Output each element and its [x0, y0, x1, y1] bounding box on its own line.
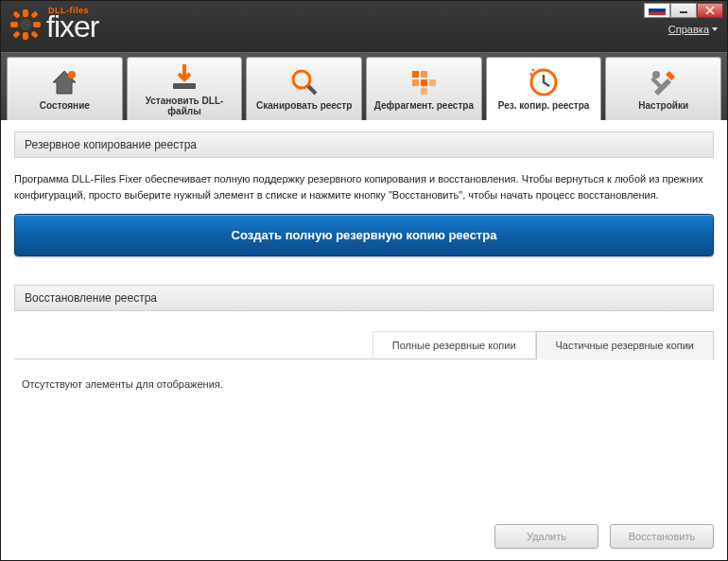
svg-line-13: [308, 86, 316, 94]
svg-rect-4: [33, 22, 41, 27]
svg-rect-2: [23, 32, 28, 40]
tools-icon: [649, 67, 679, 97]
blocks-icon: [408, 67, 439, 97]
minimize-button[interactable]: [670, 3, 697, 18]
backup-list: Отсутствуют элементы для отображения.: [14, 359, 714, 517]
svg-point-0: [20, 19, 31, 30]
svg-rect-22: [650, 77, 661, 87]
app-window: DLL-files fixer Справка Состояние Устано…: [0, 0, 728, 561]
backup-type-tabs: Полные резервные копии Частичные резервн…: [14, 330, 714, 359]
content-area: Резервное копирование реестра Программа …: [1, 120, 727, 560]
tab-scan[interactable]: Сканировать реестр: [246, 57, 362, 120]
tab-backup[interactable]: Рез. копир. реестра: [486, 57, 602, 120]
close-button[interactable]: [697, 3, 723, 18]
flag-ru-icon: [649, 6, 666, 15]
restore-button[interactable]: Восстановить: [610, 524, 714, 549]
home-icon: [49, 67, 79, 97]
language-button[interactable]: [644, 3, 670, 18]
download-icon: [169, 62, 199, 93]
brand-main: fixer: [46, 11, 98, 42]
window-controls: [644, 3, 723, 18]
svg-rect-3: [10, 22, 18, 27]
minimize-icon: [679, 7, 688, 14]
svg-rect-9: [680, 11, 687, 13]
app-logo-icon: [9, 8, 43, 42]
backup-section-header: Резервное копирование реестра: [14, 131, 714, 158]
svg-rect-14: [412, 71, 419, 78]
empty-message: Отсутствуют элементы для отображения.: [22, 378, 223, 390]
svg-rect-15: [421, 71, 427, 78]
tab-status[interactable]: Состояние: [7, 57, 123, 120]
svg-rect-6: [30, 10, 38, 18]
footer-actions: Удалить Восстановить: [14, 517, 714, 549]
svg-point-10: [68, 71, 76, 79]
logo: DLL-files fixer: [9, 7, 98, 42]
backup-description: Программа DLL-Files Fixer обеспечивает п…: [14, 171, 714, 202]
svg-rect-11: [173, 83, 196, 89]
tab-install[interactable]: Установить DLL-файлы: [127, 57, 243, 120]
sub-tab-partial[interactable]: Частичные резервные копии: [536, 331, 714, 359]
main-tabs: Состояние Установить DLL-файлы Сканирова…: [1, 52, 727, 120]
svg-rect-1: [23, 9, 28, 17]
sub-tab-full[interactable]: Полные резервные копии: [373, 331, 536, 359]
create-backup-button[interactable]: Создать полную резервную копию реестра: [14, 214, 714, 256]
svg-rect-7: [12, 30, 20, 38]
svg-rect-19: [421, 88, 427, 95]
svg-rect-18: [429, 79, 436, 86]
close-icon: [705, 7, 715, 14]
help-menu[interactable]: Справка: [668, 24, 718, 35]
magnify-icon: [289, 67, 320, 97]
svg-rect-17: [421, 79, 427, 86]
restore-section-header: Восстановление реестра: [14, 285, 714, 311]
titlebar: DLL-files fixer Справка: [1, 1, 727, 52]
clock-icon: [529, 67, 559, 97]
delete-button[interactable]: Удалить: [494, 524, 598, 549]
svg-rect-8: [30, 30, 38, 38]
svg-rect-16: [412, 79, 419, 86]
tab-defrag[interactable]: Дефрагмент. реестра: [366, 57, 482, 120]
svg-rect-5: [12, 10, 20, 18]
svg-point-12: [293, 71, 310, 88]
tab-settings[interactable]: Настройки: [605, 57, 721, 120]
